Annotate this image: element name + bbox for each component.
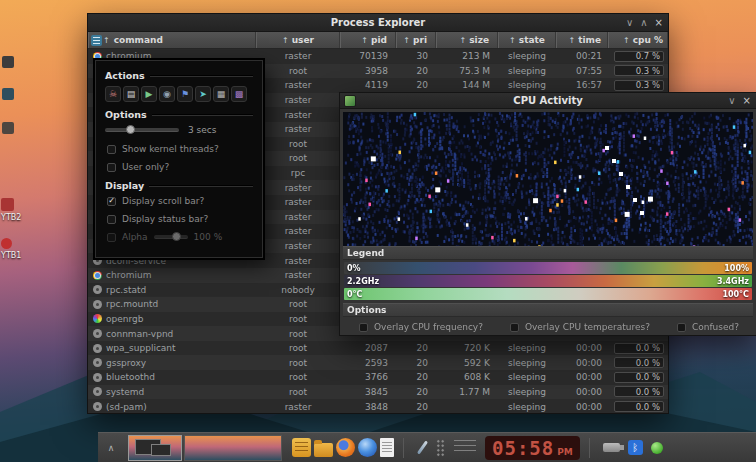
cell-size: 1.77 M bbox=[436, 385, 498, 400]
shortcut-icon bbox=[1, 198, 14, 211]
processes-icon[interactable]: ▤ bbox=[123, 86, 139, 102]
cell-user: root bbox=[256, 355, 340, 370]
process-explorer-titlebar[interactable]: Process Explorer ∨∧× bbox=[88, 14, 668, 32]
slider-track[interactable] bbox=[105, 128, 179, 132]
cell-size: 608 K bbox=[436, 370, 498, 385]
pager-desktop-2[interactable] bbox=[184, 435, 282, 461]
cpu-percent-box: 0.0 % bbox=[614, 343, 664, 354]
checkbox-display-status-bar[interactable]: Display status bar? bbox=[105, 214, 253, 224]
shortcut-label: YTB2 bbox=[1, 213, 21, 222]
globe-icon[interactable] bbox=[358, 438, 377, 457]
desktop: YTB2 YTB1 Process Explorer ∨∧× ↑command↑… bbox=[0, 0, 756, 462]
desktop-shortcut-ytb2[interactable]: YTB2 bbox=[1, 198, 21, 222]
cpu-percent-box: 0.0 % bbox=[614, 386, 664, 397]
taskbar-clock[interactable]: 05:58 PM bbox=[485, 436, 580, 460]
alpha-control[interactable]: Alpha 100 % bbox=[105, 232, 253, 242]
run-icon[interactable]: ▶ bbox=[141, 86, 157, 102]
desktop-icon[interactable] bbox=[2, 56, 14, 68]
checkbox-box bbox=[107, 215, 116, 224]
picker-icon[interactable] bbox=[413, 438, 432, 457]
pager-desktop-1[interactable] bbox=[128, 435, 182, 461]
column-header-pri[interactable]: ↑pri bbox=[396, 32, 436, 48]
handle-icon[interactable] bbox=[436, 439, 445, 457]
column-header-state[interactable]: ↑state bbox=[498, 32, 556, 48]
slider-knob[interactable] bbox=[126, 125, 135, 134]
bluetooth-icon[interactable] bbox=[628, 440, 643, 455]
cell-user: rpc bbox=[256, 166, 340, 181]
table-row[interactable]: systemdroot3845201.77 Msleeping00:000.0 … bbox=[88, 385, 668, 400]
cell-cpu: 0.0 % bbox=[608, 355, 668, 370]
checkbox-label: Display scroll bar? bbox=[122, 196, 204, 206]
cell-state: sleeping bbox=[498, 341, 556, 356]
table-row[interactable]: wpa_supplicantroot208720720 Ksleeping00:… bbox=[88, 341, 668, 356]
table-row[interactable]: gssproxyroot259320592 Ksleeping00:000.0 … bbox=[88, 355, 668, 370]
cpu-percent-box: 0.3 % bbox=[614, 65, 664, 76]
usb-icon[interactable] bbox=[603, 443, 620, 452]
cpu-activity-titlebar[interactable]: CPU Activity ∨× bbox=[340, 93, 756, 109]
notes-icon[interactable] bbox=[292, 438, 311, 457]
column-header-size[interactable]: ↑size bbox=[436, 32, 498, 48]
cell-pid: 3848 bbox=[340, 399, 396, 413]
cpu-activity-content: Legend 0% 100% 2.2GHz 3.4GHz 0°C 100°C O… bbox=[340, 109, 756, 335]
export-icon[interactable]: ➤ bbox=[195, 86, 211, 102]
cell-user: raster bbox=[256, 239, 340, 254]
cell-pri: 20 bbox=[396, 399, 436, 413]
desktop-shortcut-ytb1[interactable]: YTB1 bbox=[1, 238, 21, 260]
status-icon[interactable] bbox=[651, 442, 663, 454]
cell-user: raster bbox=[256, 210, 340, 225]
options-checkboxes: Show kernel threads?User only? bbox=[105, 144, 253, 172]
desktop-icon[interactable] bbox=[2, 122, 14, 134]
collapse-icon[interactable]: ∨ bbox=[626, 18, 633, 28]
table-row[interactable]: bluetoothdroot376620608 Ksleeping00:000.… bbox=[88, 370, 668, 385]
checkbox-overlay-cpu-frequency[interactable]: Overlay CPU frequency? bbox=[357, 322, 483, 332]
firefox-icon[interactable] bbox=[336, 438, 355, 457]
display-checkboxes: ✓Display scroll bar?Display status bar? bbox=[105, 196, 253, 224]
process-name: rpc.statd bbox=[106, 285, 146, 295]
inspect-icon[interactable]: ◉ bbox=[159, 86, 175, 102]
cell-size: 592 K bbox=[436, 355, 498, 370]
kill-icon[interactable]: ☠ bbox=[105, 86, 121, 102]
column-header-user[interactable]: ↑user bbox=[256, 32, 340, 48]
rgb-icon bbox=[93, 314, 102, 323]
gauge-icon[interactable]: ▦ bbox=[213, 86, 229, 102]
checkbox-overlay-cpu-temperatures[interactable]: Overlay CPU temperatures? bbox=[508, 322, 650, 332]
checkbox-user-only[interactable]: User only? bbox=[105, 162, 253, 172]
poll-interval-slider[interactable]: 3 secs bbox=[105, 125, 253, 135]
column-header-cpu[interactable]: ↑cpu % bbox=[608, 32, 668, 48]
column-header-pid[interactable]: ↑pid bbox=[340, 32, 396, 48]
cell-state: sleeping bbox=[498, 78, 556, 93]
checkbox-show-kernel-threads[interactable]: Show kernel threads? bbox=[105, 144, 253, 154]
process-name: (sd-pam) bbox=[106, 402, 147, 412]
desktop-icon[interactable] bbox=[2, 88, 14, 100]
shelf-arrow-icon[interactable] bbox=[104, 443, 118, 453]
temp-max-label: 100°C bbox=[722, 290, 749, 299]
theme-icon[interactable]: ▩ bbox=[231, 86, 247, 102]
cpu-activity-window: CPU Activity ∨× Legend 0% 100% 2.2GHz 3.… bbox=[340, 93, 756, 335]
document-icon[interactable] bbox=[380, 438, 394, 457]
taskbar-separator bbox=[589, 438, 590, 458]
launcher-icons bbox=[292, 438, 394, 457]
alpha-slider-knob[interactable] bbox=[172, 232, 181, 241]
column-header-command[interactable]: ↑command bbox=[88, 32, 256, 48]
collapse-icon[interactable]: ∨ bbox=[728, 96, 735, 106]
section-title-text: Actions bbox=[105, 70, 145, 81]
alpha-checkbox[interactable] bbox=[107, 233, 116, 242]
checkbox-display-scroll-bar[interactable]: ✓Display scroll bar? bbox=[105, 196, 253, 206]
poll-interval-value: 3 secs bbox=[188, 125, 216, 135]
table-row[interactable]: (sd-pam)raster384820sleeping00:000.0 % bbox=[88, 399, 668, 413]
close-icon[interactable]: × bbox=[655, 18, 663, 28]
cpu-percent-box: 0.7 % bbox=[614, 51, 664, 62]
alpha-value: 100 % bbox=[194, 232, 223, 242]
folder-icon[interactable] bbox=[314, 443, 333, 457]
menu-icon[interactable] bbox=[91, 35, 102, 46]
close-icon[interactable]: × bbox=[743, 96, 751, 106]
maximize-icon[interactable]: ∧ bbox=[640, 18, 647, 28]
priority-icon[interactable]: ⚑ bbox=[177, 86, 193, 102]
alpha-slider-track[interactable] bbox=[154, 235, 188, 239]
column-header-time[interactable]: ↑time bbox=[556, 32, 608, 48]
cell-user: raster bbox=[256, 224, 340, 239]
cell-user: root bbox=[256, 312, 340, 327]
column-label: pid bbox=[371, 35, 387, 45]
column-label: size bbox=[469, 35, 489, 45]
checkbox-confused[interactable]: Confused? bbox=[675, 322, 739, 332]
